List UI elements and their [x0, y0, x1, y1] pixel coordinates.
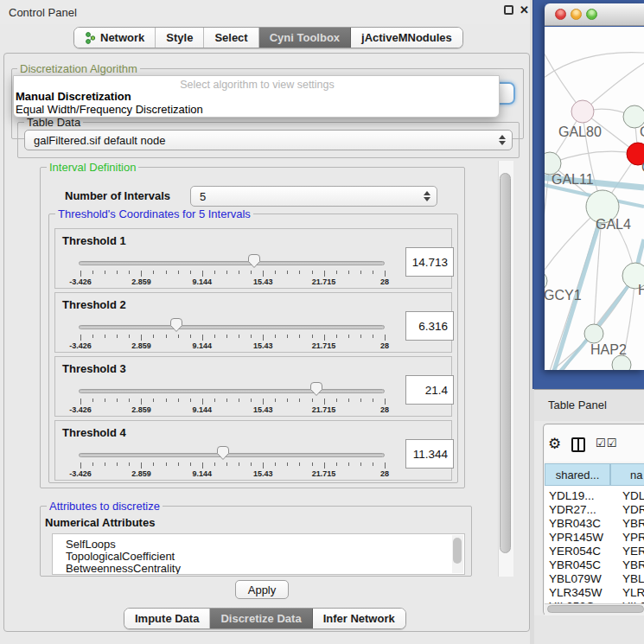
attribute-list-item[interactable]: TopologicalCoefficient — [66, 550, 175, 563]
gear-icon[interactable]: ⚙ — [548, 435, 561, 453]
table-cell-shared-name[interactable]: YBR045C — [549, 558, 601, 571]
tick-mark — [129, 399, 130, 402]
control-panel-titlebar — [0, 0, 536, 24]
close-icon[interactable]: ✕ — [520, 3, 529, 16]
column-layout-icon[interactable] — [571, 437, 585, 452]
algorithm-option[interactable]: Equal Width/Frequency Discretization — [16, 103, 491, 116]
table-cell-shared-name[interactable]: YPR145W — [549, 531, 603, 544]
threshold-slider-track[interactable] — [79, 261, 385, 265]
column-header-name[interactable]: na — [610, 463, 644, 486]
tick-mark — [105, 462, 105, 466]
tick-mark — [92, 399, 93, 402]
tick-mark — [214, 399, 215, 402]
table-cell-name[interactable]: YLR3 — [622, 586, 644, 599]
tick-mark — [166, 335, 167, 338]
algorithm-dropdown-popup: Select algorithm to view settings Manual… — [13, 75, 500, 118]
threshold-value-field[interactable]: 21.4 — [405, 375, 454, 405]
scale-label: 9.144 — [183, 469, 221, 478]
table-cell-name[interactable]: YBR0 — [622, 517, 644, 530]
table-cell-shared-name[interactable]: YER054C — [549, 545, 601, 558]
threshold-slider-track[interactable] — [79, 389, 385, 393]
attribute-list-item[interactable]: SelfLoops — [66, 538, 116, 551]
tab-jactivemnodules[interactable]: jActiveMNodules — [351, 28, 462, 48]
bottom-tab-group: Impute DataDiscretize DataInfer Network — [124, 608, 406, 629]
tick-mark — [92, 462, 93, 466]
scale-label: 2.859 — [122, 277, 160, 286]
tick-mark — [251, 271, 252, 274]
tab-network[interactable]: Network — [74, 28, 156, 48]
threshold-value-field[interactable]: 11.344 — [405, 439, 454, 469]
threshold-slider-track[interactable] — [79, 325, 385, 329]
table-data-combobox[interactable]: galFiltered.sif default node — [24, 130, 513, 150]
table-cell-name[interactable]: YBL0 — [622, 572, 644, 585]
threshold-slider-thumb[interactable] — [309, 381, 323, 397]
settings-scrollbar-thumb[interactable] — [500, 173, 511, 553]
threshold-slider-thumb[interactable] — [216, 445, 230, 461]
threshold-slider-thumb[interactable] — [247, 253, 261, 269]
table-cell-shared-name[interactable]: YDR27... — [549, 503, 596, 516]
table-cell-name[interactable]: YPR1 — [622, 531, 644, 544]
table-cell-shared-name[interactable]: YDL19... — [549, 489, 595, 502]
close-traffic-light-icon[interactable] — [555, 9, 566, 20]
tick-mark — [178, 462, 179, 466]
tick-mark — [190, 271, 191, 274]
numerical-attributes-list[interactable]: SelfLoopsTopologicalCoefficientBetweenne… — [52, 533, 465, 575]
tick-mark — [202, 335, 203, 341]
tick-mark — [178, 335, 179, 338]
table-cell-name[interactable]: YDL1 — [622, 489, 644, 502]
table-cell-shared-name[interactable]: YLR345W — [549, 586, 603, 599]
node-HAP2[interactable] — [584, 324, 603, 343]
tab-style[interactable]: Style — [156, 28, 204, 48]
edge[interactable] — [583, 63, 644, 112]
float-window-icon[interactable] — [504, 5, 513, 15]
attributes-scrollbar[interactable] — [452, 535, 463, 573]
threshold-slider-thumb[interactable] — [169, 317, 183, 333]
tab-select[interactable]: Select — [204, 28, 258, 48]
tick-mark — [251, 399, 252, 402]
network-icon — [85, 32, 96, 44]
tick-mark — [324, 271, 325, 277]
table-hscrollbar-thumb[interactable] — [547, 605, 644, 613]
scale-label: 15.43 — [244, 341, 282, 350]
tab-cyni-toolbox[interactable]: Cyni Toolbox — [259, 28, 351, 48]
algorithm-option[interactable]: Manual Discretization — [16, 90, 491, 103]
zoom-traffic-light-icon[interactable] — [586, 9, 597, 20]
node-table[interactable]: shared... na YDL19...YDL1YDR27...YDR2YBR… — [545, 463, 644, 603]
bottom-tab-infer-network[interactable]: Infer Network — [313, 609, 405, 628]
attribute-list-item[interactable]: BetweennessCentrality — [66, 562, 181, 575]
checkbox-icons[interactable]: ☑☑ — [596, 437, 617, 450]
tick-mark — [348, 462, 349, 466]
threshold-slider-track[interactable] — [79, 453, 385, 457]
tab-label: Style — [166, 31, 193, 44]
column-header-shared-name[interactable]: shared... — [545, 463, 610, 486]
apply-button[interactable]: Apply — [235, 580, 289, 599]
threshold-value-field[interactable]: 6.316 — [405, 311, 454, 341]
table-cell-name[interactable]: YDR2 — [622, 503, 644, 516]
table-cell-shared-name[interactable]: YBL079W — [549, 572, 602, 585]
network-graph[interactable]: GAL80GCGAL11GAL4GCY1HHAP2 — [545, 27, 644, 370]
tick-mark — [336, 462, 337, 466]
minimize-traffic-light-icon[interactable] — [571, 9, 582, 20]
tick-mark — [324, 462, 325, 469]
node-bottom-node[interactable] — [612, 355, 631, 370]
edge[interactable] — [550, 151, 638, 163]
tick-mark — [299, 271, 300, 274]
tick-mark — [275, 335, 276, 338]
bottom-tab-impute-data[interactable]: Impute Data — [124, 609, 210, 628]
table-cell-name[interactable]: YBR0 — [622, 558, 644, 571]
bottom-tab-discretize-data[interactable]: Discretize Data — [210, 609, 312, 628]
tick-mark — [312, 271, 313, 274]
edge[interactable] — [545, 53, 644, 80]
tick-mark — [226, 335, 227, 338]
node-GAL80[interactable] — [571, 100, 594, 123]
number-of-intervals-combobox[interactable]: 5 — [190, 186, 437, 207]
threshold-value-field[interactable]: 14.713 — [405, 247, 454, 277]
table-cell-shared-name[interactable]: YBR043C — [549, 517, 601, 530]
tick-mark — [153, 462, 154, 466]
network-canvas[interactable]: GAL80GCGAL11GAL4GCY1HHAP2 — [545, 27, 644, 370]
tick-mark — [385, 271, 386, 277]
table-cell-name[interactable]: YER0 — [622, 545, 644, 558]
node-label: GAL4 — [596, 217, 631, 232]
attributes-scrollbar-thumb[interactable] — [453, 538, 462, 564]
bottom-tab-label: Impute Data — [135, 612, 199, 625]
